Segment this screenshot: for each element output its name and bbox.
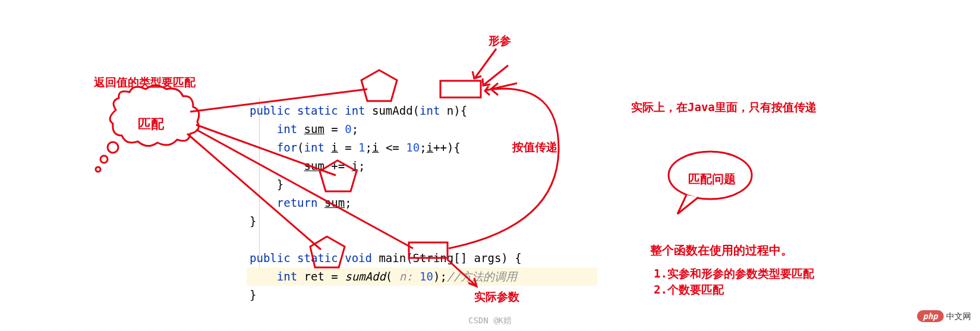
- actual-param-label: 实际参数: [474, 289, 519, 305]
- rule-1: 1.实参和形参的参数类型要匹配: [654, 266, 814, 282]
- java-note: 实际上，在Java里面，只有按值传递: [631, 100, 817, 115]
- php-badge: php中文网: [917, 311, 971, 322]
- pass-by-value-label: 按值传递: [512, 140, 557, 155]
- code-line-3: for(int i = 1;i <= 10;i++){: [250, 141, 461, 154]
- return-type-label: 返回值的类型要匹配: [94, 75, 196, 90]
- svg-point-0: [108, 142, 118, 153]
- code-line-2: int sum = 0;: [250, 122, 358, 135]
- formal-param-label: 形参: [489, 33, 511, 49]
- process-note: 整个函数在使用的过程中。: [650, 242, 793, 259]
- match-bubble-text: 匹配: [138, 115, 164, 133]
- code-line-4: sum += i;: [250, 159, 365, 172]
- watermark: CSDN @K婄: [468, 316, 512, 326]
- code-line-1: public static int sumAdd(int n){: [250, 104, 467, 117]
- svg-point-1: [100, 156, 108, 163]
- code-line-11: }: [250, 288, 256, 301]
- match-problem-text: 匹配问题: [688, 171, 736, 187]
- code-block: public static int sumAdd(int n){ int sum…: [250, 83, 597, 304]
- rule-2: 2.个数要匹配: [654, 282, 724, 298]
- code-line-6: return sum;: [250, 196, 352, 209]
- code-line-9: public static void main(String[] args) {: [250, 251, 522, 264]
- arrow-formal-param: [472, 49, 496, 78]
- svg-line-3: [475, 49, 496, 77]
- code-line-7: }: [250, 215, 256, 228]
- code-line-10: int ret = sumAdd( n: 10);//方法的调用: [247, 267, 597, 286]
- code-line-5: }: [250, 178, 283, 191]
- svg-point-2: [96, 167, 100, 172]
- svg-line-4: [484, 65, 508, 84]
